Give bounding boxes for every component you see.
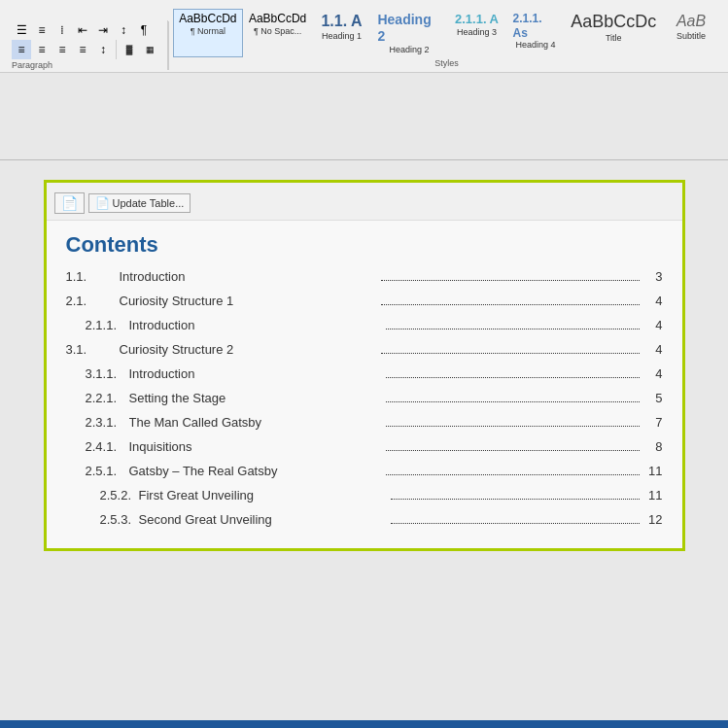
toc-page-1: 4 xyxy=(643,294,663,308)
bullets-icon[interactable]: ☰ xyxy=(12,20,31,40)
ribbon: ☰ ≡ ⁞ ⇤ ⇥ ↕ ¶ ≡ ≡ ≡ ≡ ↕ ▓ ▦ Paragraph Aa… xyxy=(0,0,728,73)
style-item-h4[interactable]: 2.1.1. As Heading 4 xyxy=(506,9,566,57)
align-center-icon[interactable]: ≡ xyxy=(32,40,52,59)
styles-items-container: AaBbCcDd ¶ Normal AaBbCcDd ¶ No Spac... … xyxy=(173,9,720,57)
toc-text-4: Introduction xyxy=(129,366,383,381)
style-label-nospace: ¶ No Spac... xyxy=(254,26,301,36)
toc-number-1: 2.1. xyxy=(66,294,120,308)
style-label-title: Title xyxy=(606,33,622,43)
toc-number-9: 2.5.2. xyxy=(66,488,139,503)
toc-dots-9 xyxy=(391,499,640,500)
style-item-h1[interactable]: 1.1. A Heading 1 xyxy=(312,9,370,57)
toc-text-5: Setting the Stage xyxy=(129,391,383,405)
toc-dots-0 xyxy=(381,280,640,281)
style-item-h3[interactable]: 2.1.1. A Heading 3 xyxy=(448,9,506,57)
line-spacing-icon[interactable]: ↕ xyxy=(93,40,113,59)
paragraph-icons-row1: ☰ ≡ ⁞ ⇤ ⇥ ↕ ¶ xyxy=(12,20,159,40)
toc-page-0: 3 xyxy=(643,269,663,284)
toc-number-4: 3.1.1. xyxy=(66,366,129,381)
toc-icon-btn[interactable]: 📄 xyxy=(54,192,85,214)
toc-entry-6[interactable]: 2.3.1. The Man Called Gatsby 7 xyxy=(66,415,663,430)
toc-text-7: Inquisitions xyxy=(129,439,383,454)
style-item-subtitle[interactable]: AaB Subtitle xyxy=(662,9,720,57)
toc-entry-1[interactable]: 2.1. Curiosity Structure 1 4 xyxy=(66,294,663,308)
shading-icon[interactable]: ▓ xyxy=(120,40,139,59)
toc-text-9: First Great Unveiling xyxy=(139,488,388,503)
toc-number-7: 2.4.1. xyxy=(66,439,129,454)
toc-dots-7 xyxy=(386,450,640,451)
toc-dots-3 xyxy=(381,353,640,354)
toc-entry-2[interactable]: 2.1.1. Introduction 4 xyxy=(66,318,663,332)
style-preview-normal: AaBbCcDd xyxy=(179,12,236,25)
justify-icon[interactable]: ≡ xyxy=(73,40,92,59)
style-label-subtitle: Subtitle xyxy=(676,31,706,41)
increase-indent-icon[interactable]: ⇥ xyxy=(93,20,113,40)
toc-entry-9[interactable]: 2.5.2. First Great Unveiling 11 xyxy=(66,488,663,503)
white-space xyxy=(0,73,728,160)
paragraph-group: ☰ ≡ ⁞ ⇤ ⇥ ↕ ¶ ≡ ≡ ≡ ≡ ↕ ▓ ▦ Paragraph xyxy=(4,20,168,70)
align-left-icon[interactable]: ≡ xyxy=(12,40,31,59)
toc-page-4: 4 xyxy=(643,366,663,381)
decrease-indent-icon[interactable]: ⇤ xyxy=(73,20,92,40)
document-area: 📄 📄 Update Table... Contents 1.1. Introd… xyxy=(0,160,728,720)
mini-divider xyxy=(116,40,117,59)
toc-entry-3[interactable]: 3.1. Curiosity Structure 2 4 xyxy=(66,342,663,357)
style-item-h2[interactable]: Heading 2 Heading 2 xyxy=(370,9,447,57)
style-item-title[interactable]: AaBbCcDc Title xyxy=(565,9,662,57)
style-preview-title: AaBbCcDc xyxy=(571,12,656,33)
toc-doc-icon: 📄 xyxy=(61,195,78,211)
borders-icon[interactable]: ▦ xyxy=(140,40,159,59)
style-preview-nospace: AaBbCcDd xyxy=(249,12,306,25)
toc-entry-7[interactable]: 2.4.1. Inquisitions 8 xyxy=(66,439,663,454)
toc-entry-8[interactable]: 2.5.1. Gatsby – The Real Gatsby 11 xyxy=(66,464,663,478)
style-label-normal: ¶ Normal xyxy=(191,26,225,36)
toc-entries: 1.1. Introduction 3 2.1. Curiosity Struc… xyxy=(66,269,663,527)
toc-container: 📄 📄 Update Table... Contents 1.1. Introd… xyxy=(44,180,685,551)
toc-page-6: 7 xyxy=(643,415,663,430)
toc-page-8: 11 xyxy=(643,464,663,478)
toc-page-3: 4 xyxy=(643,342,663,357)
style-preview-h2: Heading 2 xyxy=(377,12,440,45)
toc-text-1: Curiosity Structure 1 xyxy=(120,294,378,308)
toc-entry-5[interactable]: 2.2.1. Setting the Stage 5 xyxy=(66,391,663,405)
toc-dots-2 xyxy=(386,329,640,329)
toc-entry-10[interactable]: 2.5.3. Second Great Unveiling 12 xyxy=(66,512,663,527)
toc-page-7: 8 xyxy=(643,439,663,454)
align-right-icon[interactable]: ≡ xyxy=(52,40,72,59)
style-label-h1: Heading 1 xyxy=(322,31,362,41)
toc-number-5: 2.2.1. xyxy=(66,391,129,405)
toc-text-8: Gatsby – The Real Gatsby xyxy=(129,464,383,478)
update-table-btn[interactable]: 📄 Update Table... xyxy=(88,193,191,213)
style-preview-h4: 2.1.1. As xyxy=(513,12,559,40)
style-preview-h1: 1.1. A xyxy=(321,12,362,30)
toc-dots-6 xyxy=(386,426,640,427)
styles-label-wrap: Styles xyxy=(173,57,720,70)
numbering-icon[interactable]: ≡ xyxy=(32,20,52,40)
show-formatting-icon[interactable]: ¶ xyxy=(134,20,154,40)
toc-number-10: 2.5.3. xyxy=(66,512,139,527)
toc-number-0: 1.1. xyxy=(66,269,120,284)
toc-content: Contents 1.1. Introduction 3 2.1. Curios… xyxy=(47,220,682,548)
toc-page-2: 4 xyxy=(643,318,663,332)
toc-entry-0[interactable]: 1.1. Introduction 3 xyxy=(66,269,663,284)
multilevel-icon[interactable]: ⁞ xyxy=(52,20,72,40)
toc-page-9: 11 xyxy=(643,488,663,503)
sort-icon[interactable]: ↕ xyxy=(114,20,133,40)
style-label-h2: Heading 2 xyxy=(389,45,429,54)
style-item-normal[interactable]: AaBbCcDd ¶ Normal xyxy=(173,9,243,57)
toc-number-3: 3.1. xyxy=(66,342,120,357)
toc-number-6: 2.3.1. xyxy=(66,415,129,430)
styles-group: AaBbCcDd ¶ Normal AaBbCcDd ¶ No Spac... … xyxy=(169,9,724,70)
styles-label: Styles xyxy=(434,58,459,68)
style-label-h4: Heading 4 xyxy=(515,40,555,50)
paragraph-icons-row2: ≡ ≡ ≡ ≡ ↕ ▓ ▦ xyxy=(12,40,159,59)
style-item-nospace[interactable]: AaBbCcDd ¶ No Spac... xyxy=(243,9,313,57)
toc-text-6: The Man Called Gatsby xyxy=(129,415,383,430)
update-icon: 📄 xyxy=(95,196,110,210)
toc-number-2: 2.1.1. xyxy=(66,318,129,332)
toc-text-2: Introduction xyxy=(129,318,383,332)
bottom-bar xyxy=(0,720,728,728)
toc-dots-5 xyxy=(386,401,640,402)
toc-entry-4[interactable]: 3.1.1. Introduction 4 xyxy=(66,366,663,381)
toc-dots-8 xyxy=(386,474,640,475)
